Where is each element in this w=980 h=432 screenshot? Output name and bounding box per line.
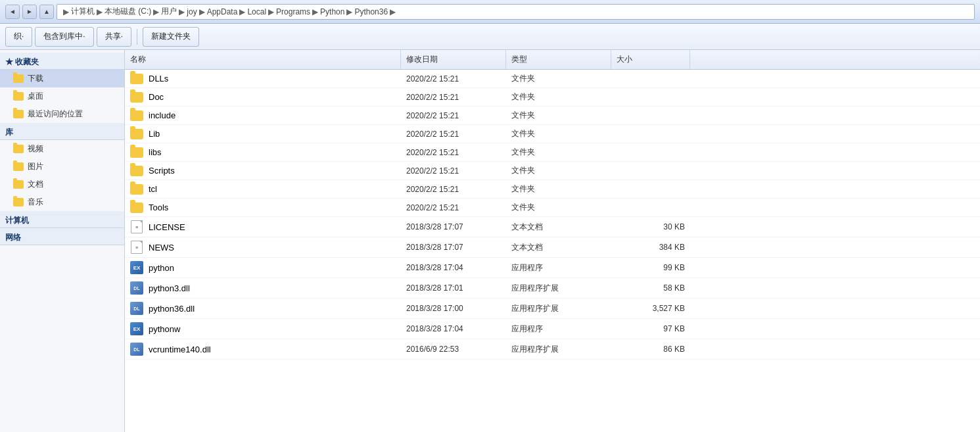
file-type-cell: 文本文档 bbox=[506, 220, 611, 234]
sidebar-item-label: 最近访问的位置 bbox=[28, 108, 83, 120]
file-date-cell: 2018/3/28 17:07 bbox=[401, 241, 506, 253]
table-row[interactable]: DL python36.dll 2018/3/28 17:00 应用程序扩展 3… bbox=[125, 299, 980, 319]
folder-icon bbox=[13, 145, 24, 153]
sidebar-item-label: 桌面 bbox=[28, 91, 43, 102]
breadcrumb-item-programs: Programs bbox=[276, 7, 310, 16]
file-date-cell: 2018/3/28 17:07 bbox=[401, 221, 506, 233]
folder-icon bbox=[13, 92, 24, 101]
folder-icon bbox=[130, 147, 143, 158]
col-header-date[interactable]: 修改日期 bbox=[401, 50, 506, 69]
sidebar-item-pictures[interactable]: 图片 bbox=[0, 158, 124, 176]
breadcrumb-item-computer: 计算机 bbox=[71, 6, 95, 17]
sidebar-item-videos[interactable]: 视频 bbox=[0, 140, 124, 158]
table-row[interactable]: Tools 2020/2/2 15:21 文件夹 bbox=[125, 199, 980, 217]
col-header-name[interactable]: 名称 bbox=[125, 50, 401, 69]
sidebar-item-recent[interactable]: 最近访问的位置 bbox=[0, 105, 124, 123]
file-date-cell: 2018/3/28 17:04 bbox=[401, 323, 506, 335]
table-row[interactable]: EX pythonw 2018/3/28 17:04 应用程序 97 KB bbox=[125, 319, 980, 339]
file-type-cell: 文本文档 bbox=[506, 241, 611, 254]
sidebar-item-documents[interactable]: 文档 bbox=[0, 176, 124, 193]
toolbar-separator bbox=[137, 29, 137, 45]
folder-icon bbox=[13, 74, 24, 83]
col-header-size[interactable]: 大小 bbox=[611, 50, 690, 69]
folder-icon bbox=[13, 198, 24, 206]
file-name: NEWS bbox=[149, 243, 174, 252]
file-date-cell: 2020/2/2 15:21 bbox=[401, 91, 506, 103]
file-date-cell: 2020/2/2 15:21 bbox=[401, 165, 506, 177]
sidebar-item-label: 视频 bbox=[28, 143, 43, 155]
include-in-library-button[interactable]: 包含到库中· bbox=[35, 27, 93, 47]
folder-icon bbox=[130, 74, 143, 84]
sidebar-item-music[interactable]: 音乐 bbox=[0, 193, 124, 211]
table-row[interactable]: Scripts 2020/2/2 15:21 文件夹 bbox=[125, 162, 980, 180]
breadcrumb-item-python: Python bbox=[320, 7, 344, 16]
file-type-cell: 文件夹 bbox=[506, 108, 611, 122]
table-row[interactable]: Doc 2020/2/2 15:21 文件夹 bbox=[125, 88, 980, 107]
sidebar-section-favorites[interactable]: ★ 收藏夹 bbox=[0, 53, 124, 70]
file-type-cell: 应用程序 bbox=[506, 261, 611, 275]
table-row[interactable]: ≡ NEWS 2018/3/28 17:07 文本文档 384 KB bbox=[125, 237, 980, 258]
file-name-cell: Scripts bbox=[125, 164, 401, 178]
table-row[interactable]: tcl 2020/2/2 15:21 文件夹 bbox=[125, 180, 980, 199]
sidebar-item-label: 下载 bbox=[28, 73, 43, 84]
computer-label: 计算机 bbox=[5, 215, 29, 226]
file-name-cell: ≡ LICENSE bbox=[125, 219, 401, 235]
file-name: Tools bbox=[149, 203, 168, 212]
include-in-library-label: 包含到库中· bbox=[43, 31, 85, 42]
table-row[interactable]: Lib 2020/2/2 15:21 文件夹 bbox=[125, 125, 980, 143]
file-size-cell bbox=[611, 96, 690, 99]
share-button[interactable]: 共享· bbox=[97, 27, 131, 47]
table-row[interactable]: include 2020/2/2 15:21 文件夹 bbox=[125, 107, 980, 125]
file-list: DLLs 2020/2/2 15:21 文件夹 Doc 2020/2/2 15:… bbox=[125, 70, 980, 360]
file-name: libs bbox=[149, 147, 162, 157]
sidebar-item-label: 图片 bbox=[28, 161, 43, 172]
file-date-cell: 2020/2/2 15:21 bbox=[401, 147, 506, 158]
folder-icon bbox=[13, 110, 24, 118]
file-name-cell: EX python bbox=[125, 260, 401, 276]
breadcrumb-item-appdata: AppData bbox=[207, 7, 238, 16]
file-name: python36.dll bbox=[149, 304, 195, 314]
breadcrumb-item-users: 用户 bbox=[161, 6, 177, 17]
dll-icon: DL bbox=[130, 281, 143, 295]
file-date-cell: 2016/6/9 22:53 bbox=[401, 343, 506, 355]
folder-icon bbox=[130, 184, 143, 195]
file-name: include bbox=[149, 110, 175, 120]
back-button[interactable]: ◄ bbox=[5, 5, 20, 19]
table-row[interactable]: EX python 2018/3/28 17:04 应用程序 99 KB bbox=[125, 258, 980, 278]
table-row[interactable]: DL python3.dll 2018/3/28 17:01 应用程序扩展 58… bbox=[125, 278, 980, 299]
dll-icon: DL bbox=[130, 302, 143, 315]
sidebar-item-downloads[interactable]: 下载 bbox=[0, 70, 124, 87]
file-name-cell: ≡ NEWS bbox=[125, 239, 401, 255]
sidebar-item-label: 文档 bbox=[28, 179, 43, 190]
file-size-cell bbox=[611, 188, 690, 191]
file-name-cell: DL vcruntime140.dll bbox=[125, 341, 401, 357]
table-row[interactable]: DLLs 2020/2/2 15:21 文件夹 bbox=[125, 70, 980, 88]
file-name-cell: Doc bbox=[125, 91, 401, 104]
main-container: ★ 收藏夹 下载 桌面 最近访问的位置 库 视频 图片 文档 bbox=[0, 50, 980, 432]
new-folder-button[interactable]: 新建文件夹 bbox=[143, 27, 199, 47]
file-date-cell: 2020/2/2 15:21 bbox=[401, 183, 506, 195]
sidebar-item-desktop[interactable]: 桌面 bbox=[0, 87, 124, 105]
col-header-type[interactable]: 类型 bbox=[506, 50, 611, 69]
file-type-cell: 文件夹 bbox=[506, 201, 611, 214]
sidebar: ★ 收藏夹 下载 桌面 最近访问的位置 库 视频 图片 文档 bbox=[0, 50, 125, 432]
sidebar-section-computer[interactable]: 计算机 bbox=[0, 211, 124, 228]
exe-icon: EX bbox=[130, 322, 143, 335]
table-row[interactable]: DL vcruntime140.dll 2016/6/9 22:53 应用程序扩… bbox=[125, 339, 980, 360]
file-type-cell: 文件夹 bbox=[506, 127, 611, 141]
forward-button[interactable]: ► bbox=[22, 5, 37, 19]
folder-icon bbox=[130, 166, 143, 176]
folder-icon bbox=[13, 180, 24, 189]
table-row[interactable]: libs 2020/2/2 15:21 文件夹 bbox=[125, 143, 980, 162]
toolbar: 织· 包含到库中· 共享· 新建文件夹 bbox=[0, 24, 980, 50]
sidebar-section-libraries[interactable]: 库 bbox=[0, 123, 124, 140]
table-row[interactable]: ≡ LICENSE 2018/3/28 17:07 文本文档 30 KB bbox=[125, 217, 980, 237]
breadcrumb[interactable]: ▶ 计算机 ▶ 本地磁盘 (C:) ▶ 用户 ▶ joy ▶ AppData ▶… bbox=[57, 4, 975, 20]
up-button[interactable]: ▲ bbox=[39, 5, 54, 19]
file-size-cell: 86 KB bbox=[611, 343, 690, 355]
sidebar-section-network[interactable]: 网络 bbox=[0, 228, 124, 245]
file-name: python bbox=[149, 263, 174, 273]
organize-label: 织· bbox=[14, 31, 24, 42]
file-name-cell: EX pythonw bbox=[125, 321, 401, 337]
organize-button[interactable]: 织· bbox=[5, 27, 32, 47]
